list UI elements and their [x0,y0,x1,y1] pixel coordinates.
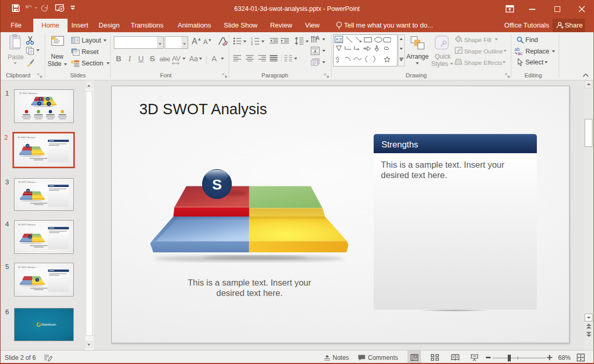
svg-text:ac: ac [518,51,523,55]
svg-text:O: O [29,236,31,238]
svg-text:W: W [47,98,49,100]
svg-text:O: O [38,103,40,105]
svg-text:S: S [27,144,29,147]
svg-text:S: S [212,177,222,193]
svg-text:3D SWOT Analysis: 3D SWOT Analysis [19,92,37,95]
svg-text:A: A [336,37,339,42]
svg-text:3: 3 [251,43,253,45]
svg-text:SlideModel.: SlideModel. [42,323,57,326]
svg-text:A: A [316,35,320,41]
svg-text:W: W [27,190,29,192]
